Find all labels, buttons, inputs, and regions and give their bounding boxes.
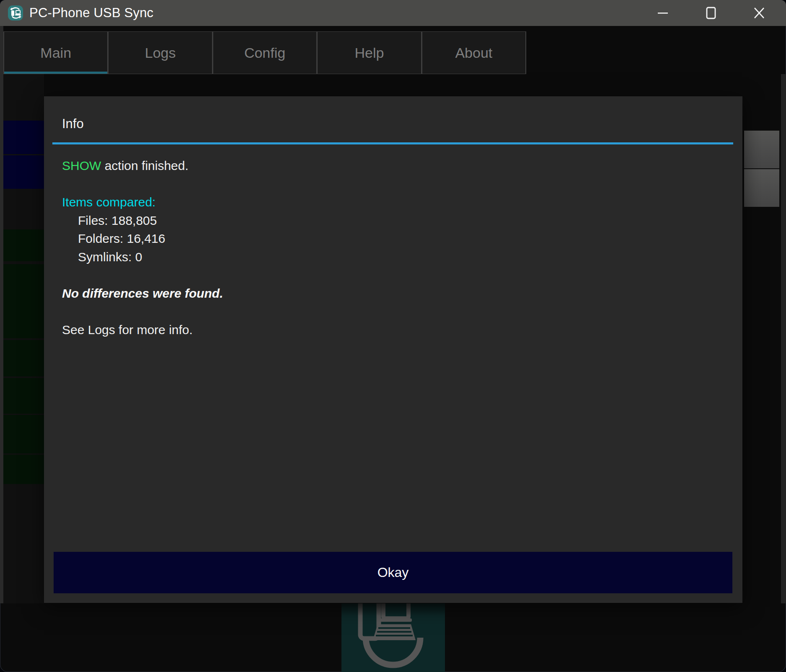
tab-main[interactable]: Main [3,31,108,74]
footer-line: See Logs for more info. [62,321,223,339]
minimize-button[interactable] [639,0,687,26]
list-item [3,229,44,261]
items-compared-label: Items compared: [62,193,223,211]
tab-about[interactable]: About [422,31,526,74]
title-bar: PC-Phone USB Sync [0,0,786,26]
app-window: PC-Phone USB Sync Main Logs Config [0,0,786,672]
tab-config[interactable]: Config [213,31,317,74]
background-side-button [743,168,780,208]
tab-bar: Main Logs Config Help About [3,31,526,74]
list-item [3,378,44,414]
action-rest: action finished. [101,159,188,173]
dialog-title-divider [52,142,733,144]
action-word: SHOW [62,159,101,173]
dialog-body: SHOW action finished. Items compared: Fi… [62,157,223,339]
close-icon [753,7,765,19]
window-controls [639,0,783,26]
close-button[interactable] [735,0,783,26]
maximize-button[interactable] [687,0,735,26]
logo-top-shadow [341,603,445,616]
maximize-icon [705,7,717,19]
list-item [3,455,44,484]
okay-button[interactable]: Okay [54,552,732,593]
list-item [3,121,44,154]
minimize-icon [657,7,669,19]
stat-files: Files: 188,805 [62,211,223,230]
action-finished-line: SHOW action finished. [62,157,223,175]
window-title: PC-Phone USB Sync [29,5,153,21]
info-dialog: Info SHOW action finished. Items compare… [44,96,742,603]
window-right-edge [781,74,786,603]
stat-folders: Folders: 16,416 [62,229,223,248]
list-item [3,340,44,376]
pc-phone-sync-icon [8,5,23,21]
tab-logs[interactable]: Logs [108,31,212,74]
window-left-edge [0,26,3,603]
usb-sync-logo-panel [341,603,445,672]
background-side-button [743,130,780,169]
background-file-list [3,74,44,603]
tab-help[interactable]: Help [317,31,421,74]
dialog-title: Info [62,116,84,131]
list-item [3,264,44,338]
result-line: No differences were found. [62,284,223,303]
list-item [3,415,44,453]
items-compared-block: Items compared: Files: 188,805 Folders: … [62,193,223,266]
list-item [3,155,44,189]
stat-symlinks: Symlinks: 0 [62,248,223,266]
